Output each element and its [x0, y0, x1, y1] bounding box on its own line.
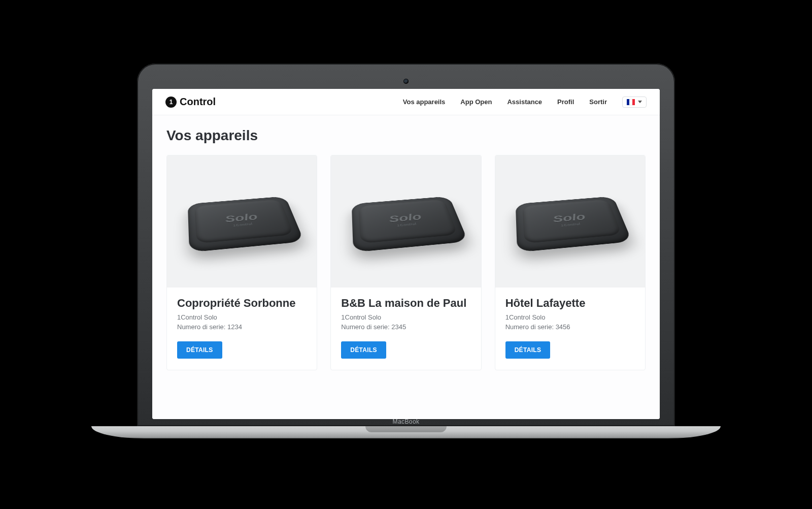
device-card: Solo 1Control B&B La maison de Paul 1Con… — [330, 155, 481, 370]
laptop-base: MacBook — [91, 426, 721, 446]
device-card-body: Copropriété Sorbonne 1Control Solo Numer… — [167, 288, 317, 370]
device-brand-text: Solo — [552, 212, 587, 224]
nav-link-assistance[interactable]: Assistance — [507, 98, 542, 106]
brand-logo[interactable]: 1 Control — [165, 96, 216, 108]
logo-text: Control — [180, 96, 216, 108]
top-bar: 1 Control Vos appareils App Open Assista… — [152, 89, 660, 115]
nav-link-devices[interactable]: Vos appareils — [403, 98, 446, 106]
page-title: Vos appareils — [166, 128, 646, 144]
device-model: 1Control Solo — [177, 313, 307, 323]
device-card-body: B&B La maison de Paul 1Control Solo Nume… — [331, 288, 481, 370]
chevron-down-icon — [638, 101, 642, 103]
device-serial: Numero di serie: 2345 — [341, 323, 470, 332]
device-card: Solo 1Control Hôtel Lafayette 1Control S… — [495, 155, 646, 370]
device-name: Hôtel Lafayette — [505, 297, 635, 310]
device-name: Copropriété Sorbonne — [177, 297, 307, 310]
logo-mark-icon: 1 — [165, 97, 177, 108]
main-nav: Vos appareils App Open Assistance Profil… — [403, 97, 647, 108]
page-content: Vos appareils Solo 1Control — [152, 115, 660, 419]
device-brand-text: Solo — [224, 212, 259, 224]
laptop-lid: 1 Control Vos appareils App Open Assista… — [137, 63, 675, 426]
nav-link-app-open[interactable]: App Open — [460, 98, 492, 106]
language-selector[interactable] — [622, 97, 647, 108]
device-icon: Solo 1Control — [187, 196, 304, 252]
device-image: Solo 1Control — [495, 155, 645, 288]
device-image: Solo 1Control — [331, 155, 481, 288]
details-button[interactable]: DÉTAILS — [341, 341, 386, 359]
device-icon: Solo 1Control — [352, 196, 468, 252]
device-image: Solo 1Control — [167, 155, 317, 288]
device-serial: Numero di serie: 3456 — [505, 323, 635, 332]
laptop-mockup: 1 Control Vos appareils App Open Assista… — [91, 63, 721, 446]
camera-icon — [403, 79, 409, 84]
device-card-body: Hôtel Lafayette 1Control Solo Numero di … — [495, 288, 645, 370]
details-button[interactable]: DÉTAILS — [505, 341, 551, 359]
device-name: B&B La maison de Paul — [341, 297, 470, 310]
flag-france-icon — [627, 99, 635, 105]
nav-link-profil[interactable]: Profil — [557, 98, 574, 106]
device-card: Solo 1Control Copropriété Sorbonne 1Cont… — [166, 155, 317, 370]
device-model: 1Control Solo — [505, 313, 635, 323]
nav-link-sortir[interactable]: Sortir — [589, 98, 607, 106]
laptop-brand-text: MacBook — [393, 418, 420, 425]
app-screen: 1 Control Vos appareils App Open Assista… — [152, 89, 660, 419]
device-brand-text: Solo — [388, 212, 423, 224]
device-model: 1Control Solo — [341, 313, 470, 323]
device-grid: Solo 1Control Copropriété Sorbonne 1Cont… — [166, 155, 646, 370]
device-serial: Numero di serie: 1234 — [177, 323, 307, 332]
details-button[interactable]: DÉTAILS — [177, 341, 222, 359]
device-icon: Solo 1Control — [516, 196, 632, 252]
